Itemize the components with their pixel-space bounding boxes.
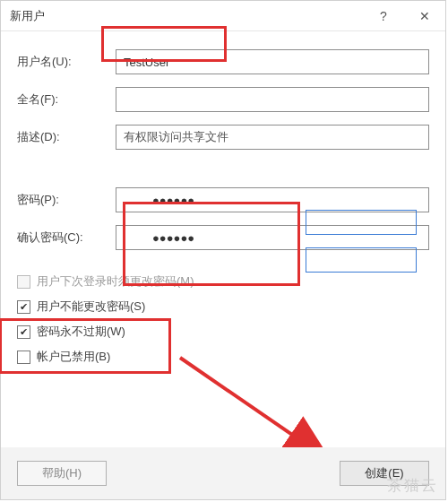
confirm-mask: ●●●●●●: [152, 231, 194, 245]
row-description: 描述(D):: [17, 125, 429, 150]
checkbox-must-change-box: [17, 275, 30, 289]
fullname-label: 全名(F):: [17, 91, 116, 108]
titlebar: 新用户 ? ✕: [1, 1, 445, 31]
username-input[interactable]: [116, 49, 429, 74]
checkbox-disabled-label: 帐户已禁用(B): [37, 349, 110, 365]
description-input[interactable]: [116, 125, 429, 150]
checkbox-must-change-label: 用户下次登录时须更改密码(M): [37, 273, 194, 290]
description-label: 描述(D):: [17, 129, 116, 145]
row-username: 用户名(U):: [17, 49, 429, 74]
password-mask: ●●●●●●: [152, 194, 194, 207]
checkbox-cannot-change-label: 用户不能更改密码(S): [37, 299, 145, 315]
username-label: 用户名(U):: [17, 54, 116, 70]
checkbox-never-expire-label: 密码永不过期(W): [37, 324, 125, 340]
checkbox-cannot-change[interactable]: 用户不能更改密码(S): [17, 299, 429, 315]
dialog-footer: 帮助(H) 创建(E): [1, 447, 445, 499]
row-confirm: 确认密码(C): ●●●●●●: [17, 225, 429, 250]
fullname-input[interactable]: [116, 87, 429, 112]
dialog-body: 用户名(U): 全名(F): 描述(D): 密码(P): ●●●●●●: [1, 31, 445, 365]
confirm-input[interactable]: ●●●●●●: [116, 225, 429, 250]
svg-line-0: [180, 358, 323, 456]
watermark: 茶猫云: [387, 475, 438, 496]
new-user-dialog: 新用户 ? ✕ 用户名(U): 全名(F): 描述(D): 密码(P):: [0, 0, 446, 500]
help-icon[interactable]: ?: [363, 1, 404, 31]
checkbox-never-expire[interactable]: 密码永不过期(W): [17, 324, 429, 340]
row-password: 密码(P): ●●●●●●: [17, 187, 429, 212]
dialog-title: 新用户: [10, 8, 363, 24]
row-fullname: 全名(F):: [17, 87, 429, 112]
password-input[interactable]: ●●●●●●: [116, 187, 429, 212]
help-button[interactable]: 帮助(H): [17, 461, 107, 486]
checkbox-never-expire-box: [17, 325, 30, 339]
password-label: 密码(P):: [17, 192, 116, 208]
checkbox-disabled[interactable]: 帐户已禁用(B): [17, 349, 429, 365]
checkbox-must-change[interactable]: 用户下次登录时须更改密码(M): [17, 273, 429, 290]
checkbox-cannot-change-box: [17, 300, 30, 314]
checkbox-disabled-box: [17, 351, 30, 364]
confirm-label: 确认密码(C):: [17, 229, 116, 246]
close-icon[interactable]: ✕: [404, 1, 445, 31]
